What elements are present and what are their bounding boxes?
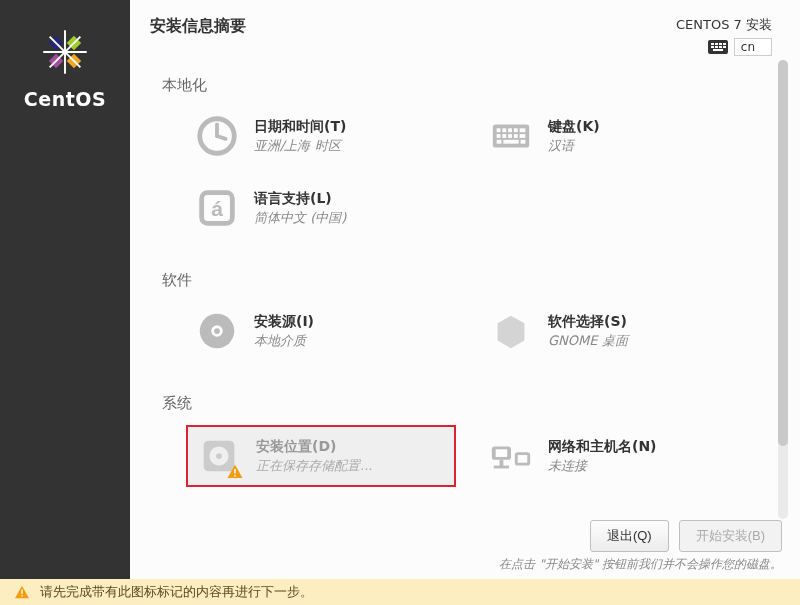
- disk-icon: [196, 433, 242, 479]
- keyboard-layout-indicator[interactable]: cn: [676, 38, 772, 56]
- svg-rect-12: [497, 128, 501, 132]
- svg-point-32: [216, 453, 222, 459]
- spoke-status: GNOME 桌面: [548, 332, 628, 350]
- section-system-title: 系统: [162, 394, 760, 413]
- svg-rect-21: [520, 134, 526, 138]
- spoke-title: 网络和主机名(N): [548, 438, 657, 456]
- svg-rect-16: [520, 128, 526, 132]
- svg-rect-23: [503, 140, 518, 144]
- spoke-network[interactable]: 网络和主机名(N) 未连接: [480, 425, 750, 487]
- svg-rect-36: [496, 449, 508, 457]
- spoke-title: 安装源(I): [254, 313, 314, 331]
- logo: CentOS: [24, 20, 106, 110]
- spoke-status: 汉语: [548, 137, 600, 155]
- warning-badge-icon: [226, 463, 244, 481]
- footer-hint: 在点击 "开始安装" 按钮前我们并不会操作您的磁盘。: [499, 556, 782, 573]
- spoke-status: 简体中文 (中国): [254, 209, 346, 227]
- header: 安装信息摘要 CENTOS 7 安装 cn: [130, 0, 800, 64]
- svg-rect-24: [521, 140, 526, 144]
- spoke-language[interactable]: á 语言支持(L) 简体中文 (中国): [186, 179, 456, 237]
- sidebar: CentOS: [0, 0, 130, 579]
- svg-rect-14: [508, 128, 512, 132]
- spoke-status: 本地介质: [254, 332, 314, 350]
- svg-rect-42: [21, 595, 22, 596]
- centos-logo-icon: [33, 20, 97, 84]
- svg-rect-38: [518, 455, 528, 463]
- clock-icon: [194, 113, 240, 159]
- svg-rect-34: [234, 475, 236, 477]
- scrollbar[interactable]: [778, 60, 788, 519]
- svg-rect-33: [234, 469, 236, 474]
- spoke-title: 语言支持(L): [254, 190, 346, 208]
- svg-text:á: á: [211, 197, 223, 220]
- svg-rect-20: [514, 134, 518, 138]
- disc-icon: [194, 308, 240, 354]
- warning-icon: [14, 585, 30, 599]
- warning-text: 请先完成带有此图标标记的内容再进行下一步。: [40, 584, 313, 601]
- spoke-title: 键盘(K): [548, 118, 600, 136]
- begin-install-button[interactable]: 开始安装(B): [679, 520, 782, 552]
- spoke-source[interactable]: 安装源(I) 本地介质: [186, 302, 456, 360]
- svg-rect-17: [497, 134, 501, 138]
- summary-scroll-area: 本地化 日期和时间(T) 亚洲/上海 时区: [130, 64, 800, 514]
- spoke-destination[interactable]: 安装位置(D) 正在保存存储配置...: [186, 425, 456, 487]
- spoke-datetime[interactable]: 日期和时间(T) 亚洲/上海 时区: [186, 107, 456, 165]
- keyboard-icon: [708, 40, 728, 54]
- spoke-title: 软件选择(S): [548, 313, 628, 331]
- package-icon: [488, 308, 534, 354]
- svg-rect-41: [21, 589, 22, 593]
- spoke-keyboard[interactable]: 键盘(K) 汉语: [480, 107, 750, 165]
- warning-bar[interactable]: 请先完成带有此图标标记的内容再进行下一步。: [0, 579, 800, 605]
- brand-text: CentOS: [24, 88, 106, 110]
- lang-code: cn: [734, 38, 772, 56]
- network-icon: [488, 433, 534, 479]
- svg-rect-40: [494, 466, 509, 469]
- spoke-status: 亚洲/上海 时区: [254, 137, 346, 155]
- svg-rect-15: [514, 128, 518, 132]
- svg-rect-22: [497, 140, 502, 144]
- svg-rect-19: [508, 134, 512, 138]
- svg-rect-18: [502, 134, 506, 138]
- spoke-title: 日期和时间(T): [254, 118, 346, 136]
- page-title: 安装信息摘要: [150, 16, 246, 37]
- spoke-status: 未连接: [548, 457, 657, 475]
- section-localization-title: 本地化: [162, 76, 760, 95]
- svg-line-10: [217, 136, 226, 139]
- scrollbar-thumb[interactable]: [778, 60, 788, 446]
- footer: 退出(Q) 开始安装(B) 在点击 "开始安装" 按钮前我们并不会操作您的磁盘。: [130, 514, 800, 579]
- svg-point-29: [214, 328, 220, 334]
- spoke-software[interactable]: 软件选择(S) GNOME 桌面: [480, 302, 750, 360]
- keyboard-large-icon: [488, 113, 534, 159]
- section-software-title: 软件: [162, 271, 760, 290]
- quit-button[interactable]: 退出(Q): [590, 520, 669, 552]
- product-label: CENTOS 7 安装: [676, 16, 772, 34]
- svg-rect-13: [502, 128, 506, 132]
- spoke-status: 正在保存存储配置...: [256, 457, 372, 475]
- language-icon: á: [194, 185, 240, 231]
- spoke-title: 安装位置(D): [256, 438, 372, 456]
